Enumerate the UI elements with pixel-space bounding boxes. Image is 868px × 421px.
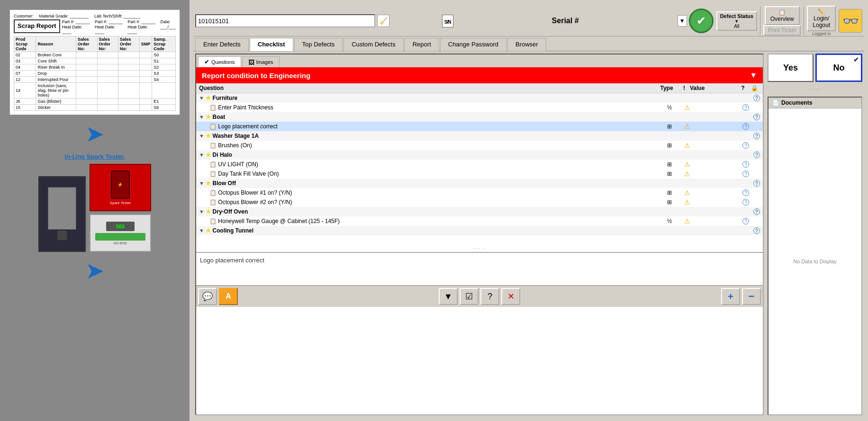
tab-browser[interactable]: Browser: [507, 38, 546, 51]
sub-tab-questions-label: Questions: [211, 59, 235, 65]
table-row[interactable]: 📋 UV LIGHT (ON) ⊞ ⚠ ?: [196, 160, 763, 169]
confirm-button[interactable]: ✔: [689, 9, 714, 33]
comment-button[interactable]: 💬: [198, 288, 217, 305]
group-row[interactable]: ▼ ★ Di Halo ?: [196, 150, 763, 160]
table-header-row: Question Type ! Value ? 🔒: [196, 83, 763, 93]
help-icon[interactable]: ?: [742, 123, 749, 130]
remove-button[interactable]: −: [742, 288, 761, 305]
group-row[interactable]: ▼ ★ Dry-Off Oven ?: [196, 207, 763, 216]
scrap-table-row: J6Gas (Blister)E1: [14, 99, 176, 105]
help-cell[interactable]: ?: [740, 169, 751, 179]
lab-tech-label: Lab Tech/Shift: _______: [94, 14, 140, 18]
star-icon: ★: [206, 114, 211, 120]
overview-button[interactable]: 📋 Overview: [765, 6, 800, 25]
tab-change-password[interactable]: Change Password: [440, 38, 506, 51]
clear-button[interactable]: 🧹: [377, 15, 389, 27]
help-icon[interactable]: ?: [753, 227, 760, 234]
scrap-table: Prod Scrap Code Reason Sales Order No: S…: [14, 36, 176, 111]
help-cell[interactable]: ?: [740, 160, 751, 169]
group-row[interactable]: ▼ ★ Washer Stage 1A ?: [196, 131, 763, 141]
table-row[interactable]: 📋 Logo placement correct ⊞ ⚠ ?: [196, 122, 763, 131]
help-icon[interactable]: ?: [742, 142, 749, 149]
question-cell: 📋 Enter Paint Thickness: [196, 103, 658, 112]
table-row[interactable]: 📋 Day Tank Fill Valve (On) ⊞ ⚠ ?: [196, 169, 763, 179]
search-input[interactable]: [195, 14, 375, 27]
group-row[interactable]: ▼ ★ Boat ?: [196, 112, 763, 122]
help-icon[interactable]: ?: [742, 170, 749, 177]
table-row[interactable]: 📋 Octopus Blower #1 on? (Y/N) ⊞ ⚠ ?: [196, 188, 763, 197]
item-icon: 📋: [209, 199, 217, 206]
help-icon[interactable]: ?: [742, 161, 749, 168]
alert-banner: Report condition to Engineering ▼: [196, 67, 763, 83]
tab-top-defects[interactable]: Top Defects: [294, 38, 343, 51]
help-icon[interactable]: ?: [753, 180, 760, 187]
group-row[interactable]: ▼ ★ Furniture ?: [196, 93, 763, 103]
value-cell: [693, 141, 740, 150]
group-row[interactable]: ▼ ★ Blow Off ?: [196, 179, 763, 188]
help-icon[interactable]: ?: [742, 189, 749, 196]
filter-button[interactable]: ▼: [439, 288, 458, 305]
serial-dropdown[interactable]: ▼: [678, 15, 687, 27]
barcode-button[interactable]: S/N: [442, 15, 453, 27]
no-button[interactable]: No ✔: [815, 54, 862, 82]
sub-tab-images-label: Images: [256, 59, 273, 65]
table-row[interactable]: 📋 Octopus Blower #2 on? (Y/N) ⊞ ⚠ ?: [196, 197, 763, 207]
question-cell: 📋 Octopus Blower #2 on? (Y/N): [196, 197, 658, 207]
help-button[interactable]: ?: [480, 288, 499, 305]
tab-report[interactable]: Report: [405, 38, 439, 51]
tab-custom-defects[interactable]: Custom Defects: [344, 38, 403, 51]
table-row[interactable]: 📋 Brushes (On) ⊞ ⚠ ?: [196, 141, 763, 150]
description-box: Logo placement correct: [196, 252, 763, 285]
sub-tab-questions[interactable]: ✔ Questions: [198, 56, 241, 67]
alpha-button[interactable]: A: [219, 288, 238, 305]
expand-icon: ▼: [199, 152, 204, 158]
help-cell[interactable]: ?: [740, 197, 751, 207]
help-icon[interactable]: ?: [742, 218, 749, 224]
defect-status-button[interactable]: Defect Status ▼ All: [716, 11, 757, 31]
right-separator: · · · ·: [768, 86, 862, 93]
help-cell[interactable]: ?: [740, 188, 751, 197]
item-label: UV LIGHT (ON): [218, 161, 258, 168]
right-side-panel: Yes No ✔ · · · · 📄 Documents No Data to …: [768, 54, 862, 415]
item-label: Enter Paint Thickness: [218, 104, 273, 111]
type-cell: ½: [658, 103, 681, 112]
help-icon[interactable]: ?: [742, 199, 749, 206]
exclaim-cell: ⚠: [681, 160, 693, 169]
table-row[interactable]: 📋 Enter Paint Thickness ½ ⚠ ?: [196, 103, 763, 112]
item-icon: 📋: [209, 142, 217, 149]
scrap-table-row: 07DropS3: [14, 71, 176, 77]
checklist-scroll-area[interactable]: ▼ ★ Furniture ? 📋 Enter Paint Thickness …: [196, 93, 763, 245]
exclaim-cell: ⚠: [681, 169, 693, 179]
help-cell[interactable]: ?: [740, 216, 751, 226]
item-icon: 📋: [209, 170, 217, 177]
help-icon[interactable]: ?: [742, 104, 749, 111]
barcode-section: S/N Serial # ▼: [442, 6, 687, 36]
table-row[interactable]: 📋 Honeywell Temp Gauge @ Cabinet (125 - …: [196, 216, 763, 226]
sub-tab-images[interactable]: 🖼 Images: [242, 56, 280, 67]
avatar: 👓: [839, 9, 862, 33]
delete-button[interactable]: ✕: [501, 288, 520, 305]
separator-dots: · · · · ·: [196, 245, 763, 252]
help-icon[interactable]: ?: [753, 208, 760, 215]
help-cell[interactable]: ?: [740, 122, 751, 131]
help-cell[interactable]: ?: [740, 103, 751, 112]
alert-scroll-button[interactable]: ▼: [750, 71, 757, 80]
arrow-down-2: ➤: [85, 260, 104, 282]
group-row[interactable]: ▼ ★ Cooling Tunnel ?: [196, 226, 763, 235]
help-cell[interactable]: ?: [740, 141, 751, 150]
help-icon[interactable]: ?: [753, 152, 760, 158]
login-button[interactable]: ✏️ Login/Logout: [807, 6, 836, 31]
col-type-header: Type: [655, 85, 678, 91]
help-icon[interactable]: ?: [753, 133, 760, 139]
images-icon: 🖼: [248, 59, 254, 66]
help-icon[interactable]: ?: [753, 95, 760, 101]
tab-enter-defects[interactable]: Enter Defects: [195, 38, 249, 51]
item-label: Logo placement correct: [218, 123, 277, 130]
item-icon: 📋: [209, 123, 217, 130]
scrap-report-card: Customer: Material Grade: ________ Lab T…: [9, 9, 180, 115]
checklist-button[interactable]: ☑: [460, 288, 479, 305]
help-icon[interactable]: ?: [753, 114, 760, 120]
add-button[interactable]: +: [721, 288, 740, 305]
tab-checklist[interactable]: Checklist: [250, 38, 293, 51]
yes-button[interactable]: Yes: [768, 54, 814, 82]
